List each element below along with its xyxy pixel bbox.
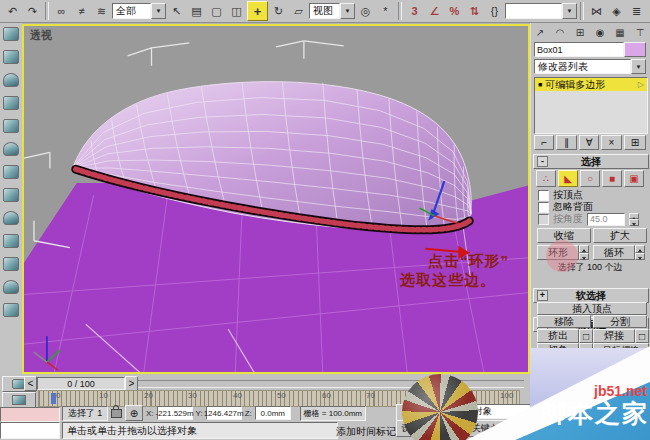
object-color-swatch[interactable]: [624, 42, 646, 57]
rollout-soft-selection[interactable]: + 软选择: [533, 288, 649, 303]
left-tool-icon[interactable]: [3, 280, 19, 294]
tab-modify[interactable]: ◠: [552, 25, 569, 39]
window-crossing-toggle[interactable]: ◫: [227, 2, 246, 20]
dropdown-arrow-icon[interactable]: ▼: [340, 3, 355, 19]
grow-button[interactable]: 扩大: [593, 228, 647, 243]
select-by-name-button[interactable]: ▤: [187, 2, 206, 20]
mirror-button[interactable]: ⋈: [587, 2, 606, 20]
left-tool-icon[interactable]: [3, 142, 19, 156]
weld-button[interactable]: 焊接: [593, 329, 635, 343]
vertex-subobject-button[interactable]: ∴: [536, 170, 556, 187]
insert-vertex-button[interactable]: 插入顶点: [537, 302, 647, 315]
next-frame-button[interactable]: >: [125, 376, 138, 391]
rectangular-region-button[interactable]: ▢: [207, 2, 226, 20]
expand-icon[interactable]: +: [537, 290, 548, 301]
ring-spinner[interactable]: [579, 245, 589, 260]
tab-hierarchy[interactable]: ⊞: [572, 25, 589, 39]
split-button[interactable]: 分割: [593, 315, 647, 328]
named-selection-sets-button[interactable]: {}: [485, 2, 504, 20]
left-tool-icon[interactable]: [3, 234, 19, 248]
modifier-stack[interactable]: ■ 可编辑多边形 ▷: [534, 77, 648, 134]
element-subobject-button[interactable]: ▣: [624, 170, 644, 187]
collapse-icon[interactable]: -: [537, 156, 548, 167]
y-value: 1246.427m: [204, 409, 244, 418]
show-end-result-button[interactable]: ∥: [556, 135, 576, 150]
object-name-field[interactable]: Box01: [534, 42, 624, 57]
angle-value-field[interactable]: 45.0: [587, 213, 625, 226]
align-button[interactable]: ◈: [607, 2, 626, 20]
add-time-tag-button[interactable]: 添加时间标记: [336, 425, 396, 439]
select-and-manipulate-button[interactable]: *: [376, 2, 395, 20]
track-bar-mode-button[interactable]: [2, 392, 36, 408]
left-tool-icon[interactable]: [3, 73, 19, 87]
by-angle-checkbox[interactable]: [538, 214, 549, 225]
percent-snap-button[interactable]: %: [445, 2, 464, 20]
pin-stack-button[interactable]: ⌐: [534, 135, 554, 150]
select-and-rotate-button[interactable]: ↻: [269, 2, 288, 20]
use-pivot-center-button[interactable]: ◎: [356, 2, 375, 20]
make-unique-button[interactable]: ∀: [579, 135, 599, 150]
left-tool-icon[interactable]: [3, 96, 19, 110]
loop-spinner[interactable]: [635, 245, 645, 260]
remove-modifier-button[interactable]: ×: [601, 135, 621, 150]
modifier-list-dropdown[interactable]: 修改器列表 ▼: [534, 59, 646, 74]
remove-button[interactable]: 移除: [537, 315, 591, 328]
time-slider[interactable]: 0 / 100: [37, 377, 125, 390]
y-coordinate-field[interactable]: 1246.427m: [206, 406, 242, 420]
select-and-link-button[interactable]: ∞: [52, 2, 71, 20]
extrude-settings-button[interactable]: □: [579, 329, 593, 343]
left-tool-icon[interactable]: [3, 188, 19, 202]
dropdown-arrow-icon[interactable]: ▼: [151, 3, 166, 19]
bind-to-spacewarp-button[interactable]: ≋: [92, 2, 111, 20]
spinner-snap-button[interactable]: ⇅: [465, 2, 484, 20]
dropdown-arrow-icon[interactable]: ▼: [562, 3, 577, 19]
tab-display[interactable]: ▦: [612, 25, 629, 39]
z-coordinate-field[interactable]: 0.0mm: [255, 406, 291, 420]
configure-modifier-sets-button[interactable]: ⊞: [624, 135, 646, 150]
left-tool-icon[interactable]: [3, 303, 19, 317]
reference-coordinate-dropdown[interactable]: 视图 ▼: [309, 3, 355, 19]
angle-snap-button[interactable]: ∠: [425, 2, 444, 20]
polygon-subobject-button[interactable]: ■: [602, 170, 622, 187]
left-tool-icon[interactable]: [3, 119, 19, 133]
loop-button[interactable]: 循环: [593, 245, 635, 260]
maxscript-mini-listener-white[interactable]: [0, 422, 60, 439]
frame-indicator[interactable]: [51, 393, 56, 404]
undo-button[interactable]: ↶: [3, 2, 22, 20]
select-object-button[interactable]: ↖: [167, 2, 186, 20]
selection-lock-icon[interactable]: [111, 409, 122, 418]
left-tool-icon[interactable]: [3, 27, 19, 41]
left-tool-icon[interactable]: [3, 165, 19, 179]
unlink-selection-button[interactable]: ≠: [72, 2, 91, 20]
tab-motion[interactable]: ◉: [592, 25, 609, 39]
named-selection-dropdown[interactable]: ▼: [505, 3, 577, 19]
select-and-scale-button[interactable]: ▱: [289, 2, 308, 20]
rollout-selection[interactable]: - 选择: [533, 154, 649, 169]
previous-frame-button[interactable]: <: [24, 376, 37, 391]
x-coordinate-field[interactable]: -221.529m: [157, 406, 193, 420]
extrude-button[interactable]: 挤出: [537, 329, 579, 343]
redo-button[interactable]: ↷: [23, 2, 42, 20]
left-tool-icon[interactable]: [3, 50, 19, 64]
weld-settings-button[interactable]: □: [635, 329, 649, 343]
border-subobject-button[interactable]: ○: [580, 170, 600, 187]
selection-filter-dropdown[interactable]: 全部 ▼: [112, 3, 166, 19]
snap-toggle-button[interactable]: 3: [405, 2, 424, 20]
tab-create[interactable]: ↗: [532, 25, 549, 39]
edge-subobject-button[interactable]: ◣: [558, 170, 578, 187]
maxscript-mini-listener-pink[interactable]: [0, 407, 60, 422]
viewport-perspective[interactable]: 透视 点击“环形” 选取这些边。: [22, 24, 530, 374]
viewport-label[interactable]: 透视: [30, 28, 52, 43]
tab-utilities[interactable]: ⊤: [632, 25, 649, 39]
left-tool-icon[interactable]: [3, 211, 19, 225]
by-vertex-checkbox[interactable]: [538, 190, 549, 201]
layer-manager-button[interactable]: ≣: [627, 2, 646, 20]
left-tool-icon[interactable]: [3, 257, 19, 271]
modifier-stack-selected-row[interactable]: ■ 可编辑多边形 ▷: [535, 78, 647, 91]
select-and-move-button[interactable]: +: [247, 1, 268, 21]
angle-spinner[interactable]: [629, 213, 639, 226]
ignore-backfacing-checkbox[interactable]: [538, 202, 549, 213]
by-angle-checkbox-row[interactable]: 按角度 45.0: [538, 212, 639, 226]
dropdown-arrow-icon[interactable]: ▼: [631, 59, 646, 74]
absolute-offset-toggle[interactable]: ⊕: [125, 405, 143, 421]
